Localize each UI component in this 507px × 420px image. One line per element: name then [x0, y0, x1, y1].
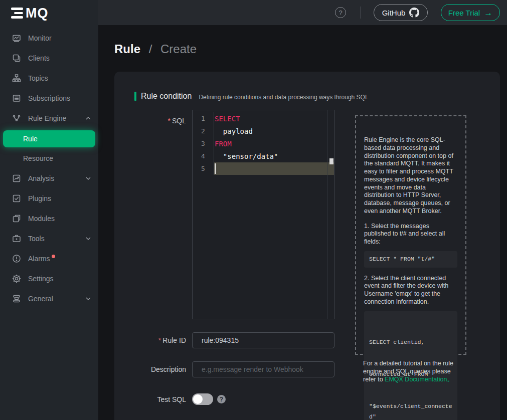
- main-content: Rule / Create Rule condition Defining ru…: [98, 25, 507, 420]
- modules-icon: [12, 214, 21, 223]
- general-icon: [12, 294, 21, 303]
- sidebar-item-subscriptions[interactable]: Subscriptions: [0, 88, 98, 108]
- topbar-divider: [360, 7, 361, 19]
- help-code-1: SELECT * FROM "t/#": [364, 251, 457, 268]
- sidebar-item-label: Settings: [28, 275, 54, 283]
- sidebar-item-label: Tools: [28, 235, 45, 243]
- sidebar-item-rule-engine[interactable]: Rule Engine: [0, 108, 98, 128]
- tools-icon: [12, 234, 21, 243]
- question-circle-icon[interactable]: ?: [217, 395, 226, 403]
- rule-create-card: Rule condition Defining rule conditions …: [114, 72, 500, 420]
- help-footer: For a detailed tutorial on the rule engi…: [363, 360, 463, 383]
- free-trial-label: Free Trial: [448, 9, 480, 17]
- help-code-2-line: SELECT clientid,: [369, 337, 452, 347]
- sidebar-item-tools[interactable]: Tools: [0, 229, 98, 249]
- breadcrumb-separator: /: [149, 42, 152, 56]
- sql-help-panel: Rule Engine is the core SQL-based data p…: [355, 115, 466, 355]
- help-example-2: 2. Select the client connected event and…: [364, 275, 457, 306]
- sidebar-item-topics[interactable]: Topics: [0, 68, 98, 88]
- sidebar-item-label: Modules: [28, 215, 55, 223]
- chevron-up-icon: [85, 115, 91, 121]
- logo-text: MQ: [26, 7, 49, 20]
- sidebar-item-general[interactable]: General: [0, 289, 98, 309]
- sidebar-item-monitor[interactable]: Monitor: [0, 28, 98, 48]
- editor-active-line: 5: [193, 162, 334, 175]
- sidebar-item-modules[interactable]: Modules: [0, 208, 98, 229]
- scrollbar-thumb[interactable]: [329, 158, 333, 164]
- line-number: 3: [193, 140, 214, 147]
- section-accent-bar: [134, 92, 136, 101]
- sidebar-item-settings[interactable]: Settings: [0, 269, 98, 289]
- sidebar-item-plugins[interactable]: Plugins: [0, 188, 98, 208]
- editor-line: 3 FROM: [193, 137, 334, 150]
- sidebar-item-resource[interactable]: Resource: [0, 149, 98, 167]
- sidebar-item-label: General: [28, 295, 53, 303]
- required-mark: *: [158, 336, 161, 344]
- chevron-down-icon: [85, 296, 91, 302]
- rule-id-input[interactable]: [192, 332, 334, 348]
- breadcrumb: Rule / Create: [98, 25, 507, 56]
- monitor-icon: [12, 34, 21, 43]
- alarm-red-dot: [52, 255, 55, 258]
- sidebar-item-label: Topics: [28, 74, 48, 82]
- editor-line: 1 SELECT: [193, 112, 334, 125]
- free-trial-button[interactable]: Free Trial →: [441, 4, 500, 21]
- sidebar-item-label: Plugins: [28, 194, 51, 202]
- toggle-knob: [193, 394, 203, 404]
- sidebar-item-alarms[interactable]: Alarms: [0, 249, 98, 269]
- clients-icon: [12, 54, 21, 63]
- emqx-dashboard: MQ Monitor Clients Topics: [0, 0, 507, 420]
- emq-bars-icon: [11, 8, 23, 19]
- line-number: 2: [193, 127, 214, 135]
- sidebar-item-label: Analysis: [28, 174, 54, 182]
- topbar: ? GitHub Free Trial →: [98, 0, 507, 25]
- sql-editor[interactable]: 1 SELECT 2 payload 3 FROM: [192, 110, 334, 319]
- sidebar-item-label: Subscriptions: [28, 94, 70, 102]
- section-title: Rule condition: [141, 92, 192, 101]
- chevron-down-icon: [85, 175, 91, 181]
- code-text: SELECT: [214, 115, 240, 123]
- editor-scrollbar[interactable]: [327, 110, 334, 319]
- line-number: 4: [193, 152, 214, 160]
- rule-id-label: *Rule ID: [114, 336, 192, 344]
- description-input[interactable]: [192, 361, 334, 377]
- required-mark: *: [168, 117, 171, 125]
- line-number: 1: [193, 115, 214, 122]
- app-logo[interactable]: MQ: [0, 0, 98, 25]
- section-header: Rule condition Defining rule conditions …: [114, 72, 500, 101]
- analysis-icon: [12, 174, 21, 183]
- settings-icon: [12, 274, 21, 283]
- help-code-2-line: "$events/client_connected": [369, 401, 452, 420]
- sidebar-item-label: Alarms: [28, 255, 50, 263]
- test-sql-label: Test SQL: [114, 395, 192, 403]
- editor-lines: 1 SELECT 2 payload 3 FROM: [193, 110, 334, 175]
- help-icon[interactable]: ?: [335, 7, 346, 18]
- sidebar-item-label: Clients: [28, 54, 50, 62]
- sidebar: MQ Monitor Clients Topics: [0, 0, 98, 420]
- test-sql-toggle[interactable]: [192, 393, 213, 405]
- sidebar-item-label: Rule Engine: [28, 114, 66, 122]
- plugins-icon: [12, 194, 21, 203]
- github-button[interactable]: GitHub: [374, 4, 428, 21]
- alarms-icon: [12, 254, 21, 263]
- code-text: FROM: [214, 140, 232, 148]
- editor-line: 4 "sensor/data": [193, 150, 334, 162]
- sidebar-item-analysis[interactable]: Analysis: [0, 168, 98, 188]
- sidebar-item-clients[interactable]: Clients: [0, 48, 98, 68]
- sidebar-menu: Monitor Clients Topics Subscriptions: [0, 25, 98, 309]
- breadcrumb-create: Create: [160, 42, 197, 56]
- code-text: "sensor/data": [214, 152, 278, 160]
- sidebar-item-label: Monitor: [28, 34, 52, 42]
- sidebar-item-label: Rule: [23, 135, 38, 143]
- help-example-1: 1. Select the messages published to t/# …: [364, 223, 457, 246]
- description-label: Description: [114, 365, 192, 373]
- line-number: 5: [193, 165, 214, 172]
- breadcrumb-rule[interactable]: Rule: [114, 42, 140, 56]
- emqx-documentation-link[interactable]: EMQX Documentation。: [385, 376, 453, 383]
- sidebar-item-label: Resource: [23, 154, 53, 162]
- github-button-label: GitHub: [382, 9, 406, 17]
- subscriptions-icon: [12, 94, 21, 103]
- chevron-down-icon: [85, 236, 91, 242]
- arrow-right-icon: →: [484, 9, 492, 17]
- sidebar-item-rule[interactable]: Rule: [3, 130, 95, 147]
